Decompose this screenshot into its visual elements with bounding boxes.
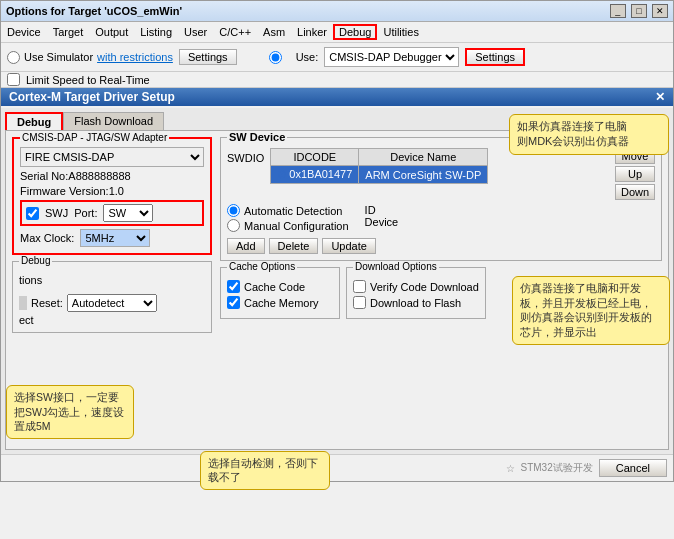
swj-row: SWJ Port: SW bbox=[20, 200, 204, 226]
tab-flash[interactable]: Flash Download bbox=[63, 112, 164, 130]
serial-value: A888888888 bbox=[68, 170, 130, 182]
firmware-row: Firmware Version: 1.0 bbox=[20, 185, 204, 197]
manual-detection-radio[interactable] bbox=[227, 219, 240, 232]
dialog-area: 如果仿真器连接了电脑 则MDK会识别出仿真器 Debug Flash Downl… bbox=[1, 108, 673, 454]
debug-left-content: tions bbox=[19, 274, 205, 286]
device-name-cell: ARM CoreSight SW-DP bbox=[359, 166, 488, 184]
settings1-button[interactable]: Settings bbox=[179, 49, 237, 65]
reset-row: Reset: Autodetect bbox=[19, 294, 205, 312]
reset-indent bbox=[19, 296, 27, 310]
auto-detection-label: Automatic Detection bbox=[244, 205, 342, 217]
download-options-content: Verify Code Download Download to Flash bbox=[353, 280, 479, 309]
simulator-label: Use Simulator bbox=[24, 51, 93, 63]
table-header-row: IDCODE Device Name bbox=[271, 149, 488, 166]
download-flash-checkbox[interactable] bbox=[353, 296, 366, 309]
cancel-button[interactable]: Cancel bbox=[599, 459, 667, 477]
move-buttons: Move Up Down bbox=[615, 148, 655, 200]
cache-group: Cache Options Cache Code Cache Memory bbox=[220, 267, 340, 319]
menu-cpp[interactable]: C/C++ bbox=[213, 24, 257, 40]
reset-label: Reset: bbox=[31, 297, 63, 309]
menu-linker[interactable]: Linker bbox=[291, 24, 333, 40]
menu-device[interactable]: Device bbox=[1, 24, 47, 40]
auto-detection-row: Automatic Detection bbox=[227, 204, 349, 217]
final-row: ☆ STM32试验开发 Cancel bbox=[1, 454, 673, 481]
toolbar-row1: Use Simulator with restrictions Settings… bbox=[1, 43, 673, 72]
detection-auto-col: Automatic Detection Manual Configuration bbox=[227, 204, 349, 234]
cortex-header: Cortex-M Target Driver Setup ✕ bbox=[1, 88, 673, 106]
cache-code-label: Cache Code bbox=[244, 281, 305, 293]
device-table: IDCODE Device Name ⊙ 0x1BA01477 bbox=[270, 148, 488, 184]
window-title: Options for Target 'uCOS_emWin' bbox=[6, 5, 182, 17]
id-device-col: ID Device bbox=[365, 204, 399, 234]
menu-asm[interactable]: Asm bbox=[257, 24, 291, 40]
debug-left-group: Debug tions Reset: Autodetect ect bbox=[12, 261, 212, 333]
add-button[interactable]: Add bbox=[227, 238, 265, 254]
menu-debug[interactable]: Debug bbox=[333, 24, 377, 40]
delete-button[interactable]: Delete bbox=[269, 238, 319, 254]
swdio-label: SWDIO bbox=[227, 152, 264, 164]
minimize-button[interactable]: _ bbox=[610, 4, 626, 18]
debugger-select[interactable]: CMSIS-DAP Debugger bbox=[324, 47, 459, 67]
menu-target[interactable]: Target bbox=[47, 24, 90, 40]
menu-bar: Device Target Output Listing User C/C++ … bbox=[1, 22, 673, 43]
maxclock-select[interactable]: 5MHz bbox=[80, 229, 150, 247]
serial-label: Serial No: bbox=[20, 170, 68, 182]
menu-user[interactable]: User bbox=[178, 24, 213, 40]
serial-row: Serial No: A888888888 bbox=[20, 170, 204, 182]
simulator-radio-group: Use Simulator with restrictions bbox=[7, 51, 173, 64]
maximize-button[interactable]: □ bbox=[631, 4, 647, 18]
menu-utilities[interactable]: Utilities bbox=[377, 24, 424, 40]
cache-code-row: Cache Code bbox=[227, 280, 333, 293]
up-button[interactable]: Up bbox=[615, 166, 655, 182]
col-idcode: IDCODE bbox=[271, 149, 359, 166]
download-flash-row: Download to Flash bbox=[353, 296, 479, 309]
auto-detection-radio[interactable] bbox=[227, 204, 240, 217]
restrictions-link[interactable]: with restrictions bbox=[97, 51, 173, 63]
table-row[interactable]: ⊙ 0x1BA01477 ARM CoreSight SW-DP bbox=[271, 166, 488, 184]
verify-row: Verify Code Download bbox=[353, 280, 479, 293]
manual-detection-label: Manual Configuration bbox=[244, 220, 349, 232]
action-buttons: Add Delete Update bbox=[227, 238, 655, 254]
cache-code-checkbox[interactable] bbox=[227, 280, 240, 293]
limit-speed-checkbox[interactable] bbox=[7, 73, 20, 86]
sw-device-content: SWDIO IDCODE Device Name bbox=[227, 148, 655, 200]
cmsis-group-content: FIRE CMSIS-DAP Serial No: A888888888 Fir… bbox=[20, 147, 204, 247]
cache-memory-row: Cache Memory bbox=[227, 296, 333, 309]
ect-row: ect bbox=[19, 314, 205, 326]
port-select[interactable]: SW bbox=[103, 204, 153, 222]
callout-right-text: 仿真器连接了电脑和开发板，并且开发板已经上电，则仿真器会识别到开发板的芯片，并显… bbox=[520, 282, 652, 338]
manual-detection-row: Manual Configuration bbox=[227, 219, 349, 232]
close-button[interactable]: ✕ bbox=[652, 4, 668, 18]
main-window: Options for Target 'uCOS_emWin' _ □ ✕ De… bbox=[0, 0, 674, 482]
adapter-select[interactable]: FIRE CMSIS-DAP bbox=[20, 147, 204, 167]
use-label: Use: bbox=[296, 51, 319, 63]
menu-listing[interactable]: Listing bbox=[134, 24, 178, 40]
reset-select[interactable]: Autodetect bbox=[67, 294, 157, 312]
swj-checkbox[interactable] bbox=[26, 207, 39, 220]
device-table-body: ⊙ 0x1BA01477 ARM CoreSight SW-DP bbox=[271, 166, 488, 184]
ect-text: ect bbox=[19, 314, 34, 326]
cortex-close-icon[interactable]: ✕ bbox=[655, 90, 665, 104]
update-button[interactable]: Update bbox=[322, 238, 375, 254]
radio-icon: ⊙ bbox=[277, 168, 289, 180]
simulator-radio[interactable] bbox=[7, 51, 20, 64]
swj-label: SWJ bbox=[45, 207, 68, 219]
tab-debug[interactable]: Debug bbox=[5, 112, 63, 130]
menu-output[interactable]: Output bbox=[89, 24, 134, 40]
device-label: Device bbox=[365, 216, 399, 228]
cache-options-content: Cache Code Cache Memory bbox=[227, 280, 333, 309]
verify-checkbox[interactable] bbox=[353, 280, 366, 293]
cache-memory-checkbox[interactable] bbox=[227, 296, 240, 309]
col-device: Device Name bbox=[359, 149, 488, 166]
download-group-title: Download Options bbox=[353, 261, 439, 272]
use-radio[interactable] bbox=[269, 51, 282, 64]
callout-bottom-text: 选择自动检测，否则下载不了 bbox=[208, 457, 318, 484]
verify-label: Verify Code Download bbox=[370, 281, 479, 293]
cortex-header-text: Cortex-M Target Driver Setup bbox=[9, 90, 175, 104]
settings2-button[interactable]: Settings bbox=[465, 48, 525, 66]
title-bar: Options for Target 'uCOS_emWin' _ □ ✕ bbox=[1, 1, 673, 22]
maxclock-row: Max Clock: 5MHz bbox=[20, 229, 204, 247]
sw-device-title: SW Device bbox=[227, 131, 287, 143]
id-label: ID bbox=[365, 204, 376, 216]
down-button[interactable]: Down bbox=[615, 184, 655, 200]
